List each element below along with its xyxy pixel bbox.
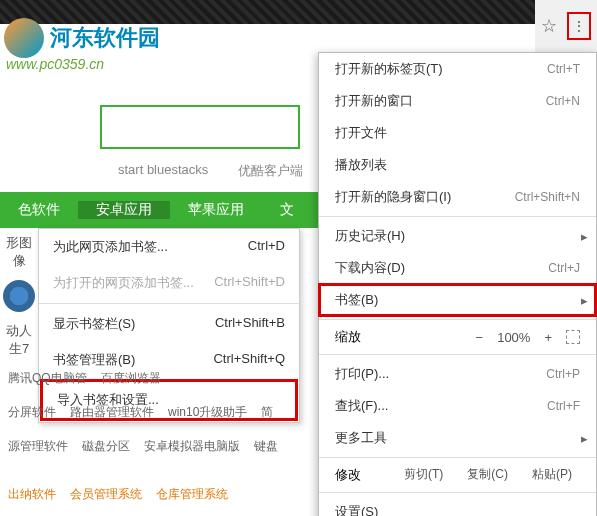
tag[interactable]: 磁盘分区 <box>82 438 130 455</box>
tag-row: 出纳软件 会员管理系统 仓库管理系统 <box>0 486 320 503</box>
menu-tools[interactable]: 更多工具▸ <box>319 422 596 454</box>
shortcut: Ctrl+F <box>547 399 580 413</box>
fullscreen-icon[interactable] <box>566 330 580 344</box>
category-nav: 色软件 安卓应用 苹果应用 文 <box>0 192 320 228</box>
menu-new-tab[interactable]: 打开新的标签页(T)Ctrl+T <box>319 53 596 85</box>
cut-button[interactable]: 剪切(T) <box>396 466 451 484</box>
menu-settings[interactable]: 设置(S) <box>319 496 596 516</box>
search-suggestions: start bluestacks 优酷客户端 <box>118 162 303 180</box>
tag[interactable]: 源管理软件 <box>8 438 68 455</box>
separator <box>319 216 596 217</box>
nav-item[interactable]: 色软件 <box>0 201 78 219</box>
label: 显示书签栏(S) <box>53 315 135 333</box>
label: 打开新的标签页(T) <box>335 60 443 78</box>
shortcut: Ctrl+Shift+Q <box>213 351 285 369</box>
suggestion[interactable]: 优酷客户端 <box>238 162 303 180</box>
menu-find[interactable]: 查找(F)...Ctrl+F <box>319 390 596 422</box>
shortcut: Ctrl+Shift+D <box>214 274 285 292</box>
menu-playlist[interactable]: 播放列表 <box>319 149 596 181</box>
label: 下载内容(D) <box>335 259 405 277</box>
tag[interactable]: 百度浏览器 <box>101 370 161 387</box>
toolbar-right: ☆ ⋮ <box>535 0 597 52</box>
site-url: www.pc0359.cn <box>6 56 104 72</box>
main-menu: 打开新的标签页(T)Ctrl+T 打开新的窗口Ctrl+N 打开文件 播放列表 … <box>318 52 597 516</box>
menu-zoom: 缩放 − 100% + <box>319 323 596 351</box>
logo-text: 河东软件园 <box>50 23 160 53</box>
nav-item[interactable]: 文 <box>262 201 312 219</box>
left-column: 形图像 动人生7 <box>0 228 38 364</box>
site-logo: 河东软件园 <box>4 18 160 58</box>
gear-icon[interactable] <box>3 280 35 312</box>
label: 打开新的隐身窗口(I) <box>335 188 451 206</box>
label: 缩放 <box>335 328 466 346</box>
star-icon[interactable]: ☆ <box>541 15 557 37</box>
label: 书签管理器(B) <box>53 351 135 369</box>
separator <box>319 457 596 458</box>
zoom-controls: − 100% + <box>476 330 580 345</box>
submenu-show-bar[interactable]: 显示书签栏(S) Ctrl+Shift+B <box>39 306 299 342</box>
submenu-add-open-bookmark: 为打开的网页添加书签... Ctrl+Shift+D <box>39 265 299 301</box>
menu-bookmarks[interactable]: 书签(B)▸ <box>319 284 596 316</box>
menu-incognito[interactable]: 打开新的隐身窗口(I)Ctrl+Shift+N <box>319 181 596 213</box>
tag-row: 腾讯QQ电脑管 百度浏览器 <box>0 370 320 387</box>
search-input[interactable] <box>100 105 300 149</box>
tag[interactable]: 出纳软件 <box>8 486 56 503</box>
label: 历史记录(H) <box>335 227 405 245</box>
shortcut: Ctrl+Shift+N <box>515 190 580 204</box>
shortcut: Ctrl+P <box>546 367 580 381</box>
chevron-right-icon: ▸ <box>581 293 588 308</box>
tag[interactable]: win10升级助手 <box>168 404 247 421</box>
tag-row: 分屏软件 路由器管理软件 win10升级助手 简 <box>0 404 320 421</box>
tag[interactable]: 仓库管理系统 <box>156 486 228 503</box>
separator <box>39 303 299 304</box>
menu-edit-row: 修改 剪切(T) 复制(C) 粘贴(P) <box>319 461 596 489</box>
menu-open-file[interactable]: 打开文件 <box>319 117 596 149</box>
shortcut: Ctrl+T <box>547 62 580 76</box>
label: 播放列表 <box>335 156 387 174</box>
menu-print[interactable]: 打印(P)...Ctrl+P <box>319 358 596 390</box>
label: 查找(F)... <box>335 397 388 415</box>
suggestion[interactable]: start bluestacks <box>118 162 208 180</box>
tag[interactable]: 会员管理系统 <box>70 486 142 503</box>
menu-new-window[interactable]: 打开新的窗口Ctrl+N <box>319 85 596 117</box>
menu-history[interactable]: 历史记录(H)▸ <box>319 220 596 252</box>
zoom-in-button[interactable]: + <box>544 330 552 345</box>
zoom-value: 100% <box>497 330 530 345</box>
chevron-right-icon: ▸ <box>581 431 588 446</box>
shortcut: Ctrl+N <box>546 94 580 108</box>
label: 打印(P)... <box>335 365 389 383</box>
submenu-add-bookmark[interactable]: 为此网页添加书签... Ctrl+D <box>39 229 299 265</box>
menu-downloads[interactable]: 下载内容(D)Ctrl+J <box>319 252 596 284</box>
label: 为打开的网页添加书签... <box>53 274 194 292</box>
label: 修改 <box>335 466 388 484</box>
label: 打开新的窗口 <box>335 92 413 110</box>
label: 为此网页添加书签... <box>53 238 168 256</box>
chevron-right-icon: ▸ <box>581 229 588 244</box>
tag[interactable]: 键盘 <box>254 438 278 455</box>
left-label: 动人生7 <box>0 316 38 364</box>
copy-button[interactable]: 复制(C) <box>459 466 516 484</box>
shortcut: Ctrl+D <box>248 238 285 256</box>
zoom-out-button[interactable]: − <box>476 330 484 345</box>
tag[interactable]: 分屏软件 <box>8 404 56 421</box>
logo-icon <box>4 18 44 58</box>
tag[interactable]: 路由器管理软件 <box>70 404 154 421</box>
nav-item[interactable]: 安卓应用 <box>78 201 170 219</box>
main-menu-button[interactable]: ⋮ <box>567 12 591 40</box>
tag[interactable]: 腾讯QQ电脑管 <box>8 370 87 387</box>
tag[interactable]: 简 <box>261 404 273 421</box>
tag[interactable]: 安卓模拟器电脑版 <box>144 438 240 455</box>
label: 更多工具 <box>335 429 387 447</box>
left-label: 形图像 <box>0 228 38 276</box>
label: 书签(B) <box>335 291 378 309</box>
bookmarks-submenu: 为此网页添加书签... Ctrl+D 为打开的网页添加书签... Ctrl+Sh… <box>38 228 300 423</box>
nav-item[interactable]: 苹果应用 <box>170 201 262 219</box>
label: 设置(S) <box>335 503 378 516</box>
separator <box>319 319 596 320</box>
shortcut: Ctrl+J <box>548 261 580 275</box>
paste-button[interactable]: 粘贴(P) <box>524 466 580 484</box>
separator <box>319 492 596 493</box>
separator <box>319 354 596 355</box>
label: 打开文件 <box>335 124 387 142</box>
shortcut: Ctrl+Shift+B <box>215 315 285 333</box>
